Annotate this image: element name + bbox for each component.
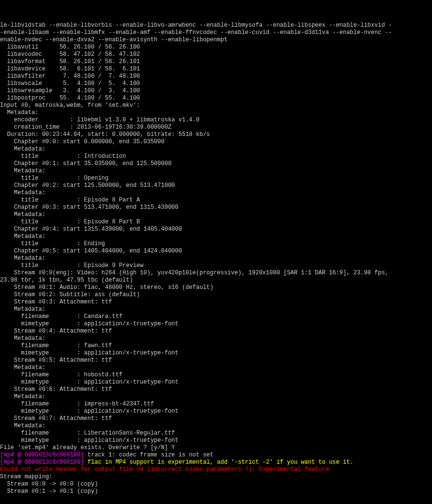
terminal-line: Stream #0:1: Audio: flac, 48000 Hz, ster…: [0, 284, 432, 291]
terminal-line: Stream #0:2: Subtitle: ass (default): [0, 291, 432, 299]
terminal-line: mimetype : application/x-truetype-font: [0, 379, 432, 386]
terminal-line: Stream #0:7: Attachment: ttf: [0, 415, 432, 422]
terminal-line: title : Episode 8 Part A: [0, 197, 432, 204]
terminal-line: Metadata:: [0, 393, 432, 401]
terminal-line: title : Opening: [0, 175, 432, 182]
terminal-line: libpostproc 55. 4.100 / 55. 4.100: [0, 95, 432, 102]
terminal-line: Metadata:: [0, 109, 432, 117]
terminal-error-line: Could not write header for output file #…: [0, 466, 432, 473]
terminal-line: track 1: codec frame size is not set: [87, 452, 213, 458]
terminal-line: le-libvidstab --enable-libvorbis --enabl…: [0, 22, 432, 29]
terminal-line: libavfilter 7. 48.100 / 7. 48.100: [0, 73, 432, 80]
terminal-line: Stream #0:0 -> #0:0 (copy): [0, 481, 432, 488]
terminal-line: filename : LiberationSans-Regular.ttf: [0, 430, 432, 437]
terminal-line: [mp4 @ 0000013c6c988180]: [0, 452, 87, 458]
terminal-line: encoder : libebml v1.3.0 + libmatroska v…: [0, 117, 432, 124]
terminal-output: le-libvidstab --enable-libvorbis --enabl…: [0, 22, 432, 495]
terminal-line: libavutil 56. 26.100 / 56. 26.100: [0, 44, 432, 51]
terminal-line: mimetype : application/x-truetype-font: [0, 320, 432, 328]
terminal-line: Metadata:: [0, 168, 432, 175]
terminal-line: mimetype : application/x-truetype-font: [0, 437, 432, 444]
terminal-line: 23.98 tbr, 1k tbn, 47.95 tbc (default): [0, 277, 432, 284]
terminal-line: Duration: 00:23:44.04, start: 0.000000, …: [0, 131, 432, 138]
terminal-line: Stream #0:5: Attachment: ttf: [0, 357, 432, 364]
terminal-line: mimetype : application/x-truetype-font: [0, 350, 432, 357]
terminal-line: creation_time : 2013-06-19T16:30:39.0000…: [0, 124, 432, 131]
terminal-line: libavformat 58. 26.101 / 58. 26.101: [0, 58, 432, 66]
terminal-line: [mp4 @ 0000013c6c988180]: [0, 459, 87, 466]
terminal-line: Metadata:: [0, 233, 432, 240]
terminal-line: Stream #0:3: Attachment: ttf: [0, 299, 432, 306]
terminal-line: enable-nvdec --enable-dxva2 --enable-avi…: [0, 36, 432, 44]
terminal-line: Stream #0:4: Attachment: ttf: [0, 328, 432, 335]
terminal-line: Input #0, matroska,webm, from 'set.mkv':: [0, 102, 432, 109]
terminal-line: title : Episode 8 Part B: [0, 218, 432, 226]
terminal-line: Metadata:: [0, 364, 432, 371]
terminal-line: [mp4 @ 0000013c6c988180] flac in MP4 sup…: [0, 459, 432, 466]
terminal-line: title : Ending: [0, 240, 432, 248]
terminal-line: mimetype : application/x-truetype-font: [0, 408, 432, 415]
terminal-line: Chapter #0:3: start 513.471000, end 1315…: [0, 204, 432, 211]
terminal-line: Metadata:: [0, 189, 432, 197]
terminal-line: Stream mapping:: [0, 473, 432, 481]
terminal-line: title : Episode 9 Preview: [0, 262, 432, 269]
terminal-line: Chapter #0:0: start 0.000000, end 35.035…: [0, 138, 432, 146]
terminal-line: Chapter #0:5: start 1405.404000, end 142…: [0, 248, 432, 255]
terminal-line: Metadata:: [0, 211, 432, 218]
terminal-line: Stream #0:6: Attachment: ttf: [0, 386, 432, 393]
terminal-line: flac in MP4 support is experimental, add…: [87, 459, 353, 466]
terminal-line: File 'set.mp4' already exists. Overwrite…: [0, 444, 432, 452]
terminal-line: Metadata:: [0, 146, 432, 153]
terminal-line: libswscale 5. 4.100 / 5. 4.100: [0, 80, 432, 87]
terminal-line: filename : hobostd.ttf: [0, 371, 432, 379]
terminal-line: libswresample 3. 4.100 / 3. 4.100: [0, 87, 432, 95]
terminal-line: Metadata:: [0, 422, 432, 430]
terminal-line: -enable-libaom --enable-libmfx --enable-…: [0, 29, 432, 36]
terminal-line: Chapter #0:1: start 35.035000, end 125.5…: [0, 160, 432, 168]
terminal-line: Metadata:: [0, 335, 432, 342]
terminal-line: Metadata:: [0, 255, 432, 262]
terminal-line: libavcodec 58. 47.102 / 58. 47.102: [0, 51, 432, 58]
terminal-line: Metadata:: [0, 306, 432, 313]
terminal-line: title : Introduction: [0, 153, 432, 160]
terminal-line: filename : Candara.ttf: [0, 313, 432, 320]
terminal-line: Chapter #0:2: start 125.500000, end 513.…: [0, 182, 432, 189]
terminal-line: filename : fawn.ttf: [0, 342, 432, 350]
terminal-line: Stream #0:1 -> #0:1 (copy): [0, 488, 432, 495]
terminal-line: Chapter #0:4: start 1315.439000, end 140…: [0, 226, 432, 233]
terminal-line: Stream #0:0(eng): Video: h264 (High 10),…: [0, 269, 432, 277]
terminal-line: libavdevice 58. 6.101 / 58. 6.101: [0, 66, 432, 73]
terminal-line: [mp4 @ 0000013c6c988180] track 1: codec …: [0, 452, 432, 459]
terminal-line: filename : impress-bt-42347.ttf: [0, 401, 432, 408]
